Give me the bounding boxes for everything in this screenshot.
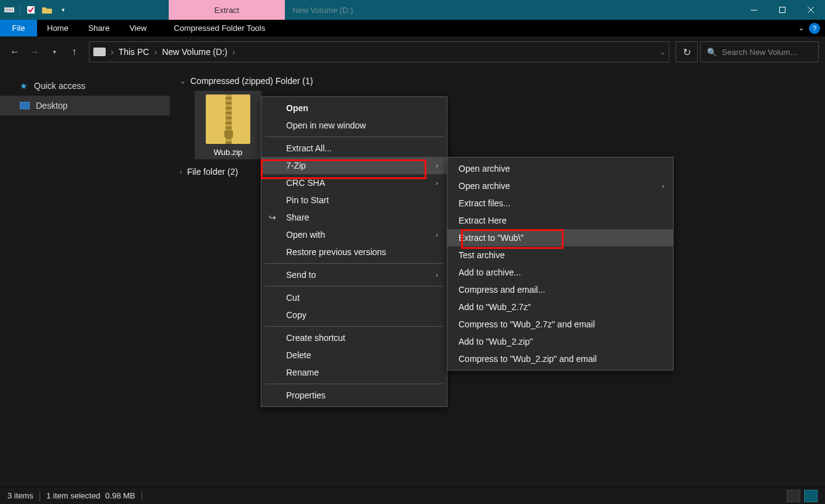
sub-add-zip[interactable]: Add to "Wub_2.zip" [447, 333, 673, 350]
tab-home[interactable]: Home [37, 20, 78, 36]
ctx-restore-versions[interactable]: Restore previous versions [261, 243, 447, 261]
ctx-pin-to-start[interactable]: Pin to Start [261, 191, 447, 209]
up-button[interactable]: ↑ [66, 43, 83, 61]
file-name: Wub.zip [195, 148, 261, 157]
chevron-right-icon: › [180, 168, 182, 175]
ctx-delete[interactable]: Delete [261, 346, 447, 364]
sub-add-to-archive[interactable]: Add to archive... [447, 264, 673, 281]
address-bar[interactable]: › This PC › New Volume (D:) › ⌄ [89, 41, 669, 62]
search-box[interactable]: 🔍 Search New Volum... [700, 41, 819, 62]
minimize-button[interactable] [740, 0, 768, 20]
chevron-right-icon: › [436, 179, 438, 187]
sub-test-archive[interactable]: Test archive [447, 246, 673, 264]
chevron-right-icon: › [436, 271, 438, 279]
ribbon-expand-icon[interactable]: ⌄ [798, 24, 804, 32]
sub-open-archive-alt[interactable]: Open archive› [447, 177, 673, 195]
zip-file-icon [206, 94, 250, 144]
group-label: File folder (2) [187, 167, 238, 177]
ctx-share[interactable]: ↪Share [261, 209, 447, 226]
svg-rect-3 [751, 10, 757, 10]
navigation-pane: ★ Quick access Desktop [0, 67, 170, 487]
explorer-icon[interactable] [2, 3, 16, 17]
ctx-copy[interactable]: Copy [261, 306, 447, 324]
navigation-bar: ← → ▾ ↑ › This PC › New Volume (D:) › ⌄ … [0, 36, 825, 67]
status-selected-count: 1 item selected [46, 491, 100, 500]
qat-dropdown-icon[interactable]: ▾ [56, 3, 70, 17]
sidebar-desktop[interactable]: Desktop [0, 96, 170, 116]
group-header-zipped[interactable]: ⌄ Compressed (zipped) Folder (1) [177, 74, 818, 91]
back-button[interactable]: ← [6, 43, 23, 61]
address-dropdown-icon[interactable]: ⌄ [660, 49, 665, 56]
new-folder-qat-icon[interactable] [40, 3, 54, 17]
chevron-right-icon[interactable]: › [153, 47, 158, 57]
sub-compress-7z-email[interactable]: Compress to "Wub_2.7z" and email [447, 316, 673, 333]
svg-rect-1 [6, 9, 13, 11]
help-icon[interactable]: ? [809, 23, 820, 34]
search-placeholder: Search New Volum... [722, 48, 797, 57]
tab-compressed-tools[interactable]: Compressed Folder Tools [164, 20, 275, 36]
share-icon: ↪ [269, 212, 276, 222]
refresh-button[interactable]: ↻ [675, 41, 698, 62]
sidebar-quick-access[interactable]: ★ Quick access [0, 76, 170, 96]
status-bar: 3 items 1 item selected 0.98 MB [0, 487, 825, 504]
chevron-right-icon[interactable]: › [231, 47, 237, 57]
context-menu: Open Open in new window Extract All... 7… [261, 96, 447, 407]
large-icons-view-button[interactable] [804, 490, 818, 502]
ctx-open-with[interactable]: Open with› [261, 226, 447, 243]
sub-extract-files[interactable]: Extract files... [447, 195, 673, 212]
chevron-right-icon: › [662, 182, 664, 190]
sidebar-label: Desktop [36, 101, 67, 111]
sub-extract-to[interactable]: Extract to "Wub\" [447, 229, 673, 246]
star-icon: ★ [20, 81, 28, 91]
svg-rect-4 [780, 7, 785, 13]
sub-extract-here[interactable]: Extract Here [447, 212, 673, 229]
tab-view[interactable]: View [119, 20, 156, 36]
sub-open-archive[interactable]: Open archive [447, 160, 673, 177]
ctx-send-to[interactable]: Send to› [261, 266, 447, 284]
quick-access-toolbar: ▾ [0, 0, 72, 20]
file-tab[interactable]: File [0, 20, 37, 36]
forward-button[interactable]: → [26, 43, 43, 61]
maximize-button[interactable] [768, 0, 797, 20]
chevron-right-icon[interactable]: › [109, 47, 115, 57]
chevron-right-icon: › [436, 231, 438, 238]
ribbon-tabs: File Home Share View Compressed Folder T… [0, 20, 825, 36]
breadcrumb-root[interactable]: This PC [115, 47, 153, 57]
status-selected-size: 0.98 MB [105, 491, 135, 500]
tab-share[interactable]: Share [78, 20, 120, 36]
chevron-down-icon: ⌄ [180, 77, 185, 85]
contextual-tab-label: Extract [169, 0, 285, 20]
breadcrumb-path[interactable]: New Volume (D:) [158, 47, 231, 57]
ctx-create-shortcut[interactable]: Create shortcut [261, 329, 447, 346]
sub-add-7z[interactable]: Add to "Wub_2.7z" [447, 298, 673, 316]
chevron-right-icon: › [436, 162, 438, 169]
ctx-7zip[interactable]: 7-Zip› [261, 157, 447, 174]
ctx-open[interactable]: Open [261, 99, 447, 117]
desktop-icon [20, 102, 30, 109]
status-item-count: 3 items [7, 491, 33, 500]
ctx-rename[interactable]: Rename [261, 364, 447, 381]
window-controls [740, 0, 825, 20]
close-button[interactable] [797, 0, 825, 20]
window-title: New Volume (D:) [285, 0, 740, 20]
details-view-button[interactable] [787, 490, 800, 502]
group-label: Compressed (zipped) Folder (1) [190, 76, 313, 86]
sidebar-label: Quick access [34, 81, 85, 91]
properties-qat-icon[interactable] [24, 3, 38, 17]
file-tile-wub-zip[interactable]: Wub.zip [195, 91, 261, 159]
ctx-crc-sha[interactable]: CRC SHA› [261, 174, 447, 191]
sub-compress-email[interactable]: Compress and email... [447, 281, 673, 298]
ctx-cut[interactable]: Cut [261, 289, 447, 306]
search-icon: 🔍 [707, 48, 717, 57]
ctx-properties[interactable]: Properties [261, 387, 447, 404]
ctx-open-new-window[interactable]: Open in new window [261, 117, 447, 134]
drive-icon [93, 48, 106, 56]
titlebar: ▾ Extract New Volume (D:) [0, 0, 825, 20]
ctx-extract-all[interactable]: Extract All... [261, 140, 447, 157]
context-submenu-7zip: Open archive Open archive› Extract files… [447, 157, 674, 371]
recent-locations-button[interactable]: ▾ [46, 43, 63, 61]
sub-compress-zip-email[interactable]: Compress to "Wub_2.zip" and email [447, 350, 673, 368]
